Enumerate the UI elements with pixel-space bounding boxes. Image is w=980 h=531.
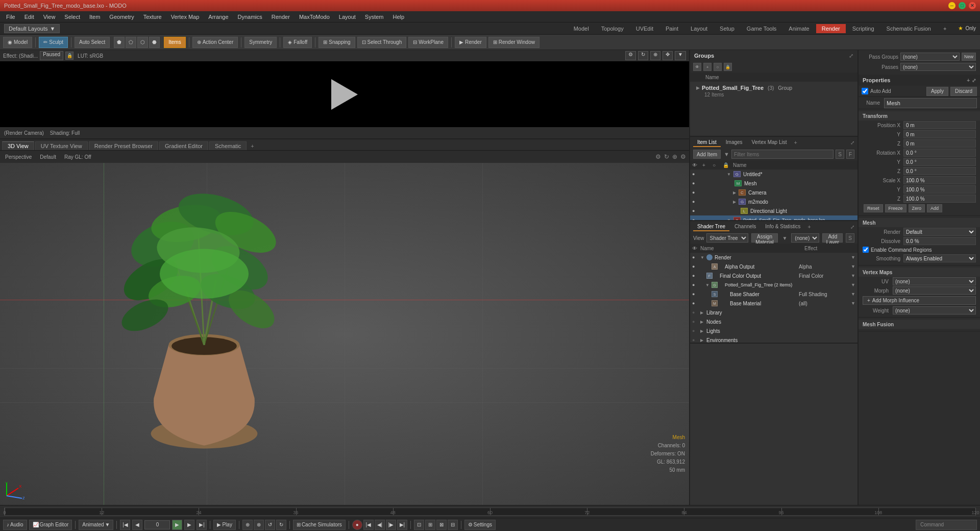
tab-topology[interactable]: Topology — [596, 24, 629, 33]
sh-eye-render[interactable]: ● — [692, 255, 699, 260]
groups-add-icon[interactable]: + — [703, 63, 712, 71]
graph-editor-button[interactable]: 📈 Graph Editor — [29, 520, 72, 530]
item-row-untitled[interactable]: ● ▼ G Untitled* — [690, 170, 857, 179]
render-window-button[interactable]: ⊞ Render Window — [488, 37, 540, 48]
sh-eye-library[interactable]: ● — [692, 310, 699, 315]
sh-row-library[interactable]: ● ▶ Library — [690, 308, 857, 317]
add-item-button[interactable]: Add Item — [693, 150, 721, 159]
add-item-arrow[interactable]: ▼ — [724, 151, 729, 157]
snapping-button[interactable]: ⊞ Snapping — [318, 37, 355, 48]
sh-eye-environments[interactable]: ● — [692, 337, 699, 343]
sh-row-fig-tree-group[interactable]: ● ▼ G Potted_Small_Fig_Tree (2 Items) ▼ — [690, 280, 857, 289]
menu-item[interactable]: Item — [85, 13, 104, 21]
props-uv-select[interactable]: (none) — [893, 277, 976, 285]
sh-eye-base-material[interactable]: ● — [692, 301, 699, 306]
props-position-y-value[interactable]: 0 m — [903, 130, 976, 138]
discard-button[interactable]: Discard — [950, 87, 977, 96]
sh-fig-dropdown[interactable]: ▼ — [851, 282, 855, 287]
item-expand-m2modo[interactable]: ▶ — [733, 200, 736, 204]
render-lock-icon[interactable]: 🔒 — [65, 52, 74, 60]
group-item-fig-tree[interactable]: ▶ Potted_Small_Fig_Tree (3) Group — [694, 84, 853, 92]
viewport-settings-icon[interactable]: ⚙ — [655, 153, 661, 160]
transport-prev-btn[interactable]: |◀ — [120, 520, 130, 530]
item-expand-lxo[interactable]: ▼ — [727, 218, 731, 221]
extra-btn-3[interactable]: ↺ — [265, 520, 275, 530]
item-row-dirlight[interactable]: ● L Directional Light — [690, 206, 857, 215]
render-button[interactable]: ▶ Render — [455, 37, 486, 48]
view-tab-uv[interactable]: UV Texture View — [35, 141, 88, 150]
props-rotation-x-value[interactable]: 0.0 ° — [903, 149, 976, 157]
sel-mode-1[interactable]: ⬟ — [114, 37, 125, 48]
sh-expand-render[interactable]: ▼ — [700, 255, 705, 260]
audio-button[interactable]: ♪ Audio — [3, 520, 27, 530]
sh-base-shader-dropdown[interactable]: ▼ — [851, 292, 855, 297]
play-button[interactable]: ▶ Play — [213, 520, 235, 530]
props-rotation-y-value[interactable]: 0.0 ° — [903, 158, 976, 166]
play-icon[interactable] — [331, 79, 358, 110]
filter-mode-btn[interactable]: S — [836, 150, 844, 159]
item-eye-camera[interactable]: ● — [692, 190, 699, 195]
maximize-button[interactable]: □ — [959, 2, 966, 9]
transport-step-back-btn[interactable]: ◀ — [132, 520, 142, 530]
props-mf-header[interactable]: Mesh Fusion — [859, 320, 980, 329]
viewport-refresh-icon[interactable]: ↻ — [664, 153, 669, 160]
render-refresh-icon[interactable]: ↻ — [638, 51, 648, 60]
rec-btn[interactable]: ● — [352, 520, 362, 530]
menu-geometry[interactable]: Geometry — [105, 13, 138, 21]
transport-play-btn[interactable]: ▶ — [172, 520, 182, 530]
pass-groups-new-btn[interactable]: New — [962, 53, 976, 61]
render-pan-icon[interactable]: ✥ — [663, 51, 673, 60]
settings-button[interactable]: ⚙ Settings — [464, 520, 496, 530]
items-button[interactable]: Items — [164, 37, 185, 48]
groups-eye-icon[interactable]: 👁 — [693, 63, 701, 71]
sh-eye-lights[interactable]: ● — [692, 328, 699, 333]
props-dissolve-value[interactable]: 0.0 % — [903, 237, 976, 245]
item-row-lxo[interactable]: ● ▼ X Potted_Small_Fig_Tree_modo_base.lx… — [690, 215, 857, 220]
groups-expand-icon[interactable]: ⤢ — [849, 53, 853, 59]
item-eye-untitled[interactable]: ● — [692, 172, 699, 177]
sh-tab-shader-tree[interactable]: Shader Tree — [693, 223, 729, 231]
render-settings-icon[interactable]: ⚙ — [625, 51, 636, 60]
tab-model[interactable]: Model — [568, 24, 595, 33]
sh-final-dropdown[interactable]: ▼ — [851, 273, 855, 278]
sh-expand-icon[interactable]: ⤢ — [850, 224, 854, 230]
props-morph-select[interactable]: (none) — [893, 286, 976, 295]
sh-row-alpha[interactable]: ● A Alpha Output Alpha ▼ — [690, 262, 857, 271]
extra-tool-1[interactable]: ⊡ — [414, 520, 424, 530]
sh-eye-alpha[interactable]: ● — [692, 264, 699, 269]
view-tab-render-preset[interactable]: Render Preset Browser — [89, 141, 158, 150]
frame-input[interactable] — [144, 520, 170, 529]
tab-paint[interactable]: Paint — [660, 24, 684, 33]
item-expand-cam[interactable]: ▶ — [733, 190, 736, 195]
sh-expand-library[interactable]: ▶ — [700, 310, 705, 315]
viewport-more-icon[interactable]: ⚙ — [680, 153, 686, 160]
menu-select[interactable]: Select — [60, 13, 84, 21]
props-position-x-value[interactable]: 0 m — [903, 121, 976, 129]
menu-render[interactable]: Render — [267, 13, 294, 21]
falloff-button[interactable]: ◈ Falloff — [283, 37, 312, 48]
sh-s-btn[interactable]: S — [846, 233, 854, 243]
reset-button[interactable]: Reset — [864, 204, 883, 212]
enable-cmd-checkbox[interactable] — [863, 247, 869, 253]
sh-row-render[interactable]: ● ▼ Render ▼ — [690, 253, 857, 262]
item-eye-m2modo[interactable]: ● — [692, 199, 699, 204]
sh-alpha-dropdown[interactable]: ▼ — [851, 264, 855, 269]
tab-setup[interactable]: Setup — [714, 24, 740, 33]
sculpt-button[interactable]: ✏ Sculpt — [39, 37, 68, 48]
filter-flag-btn[interactable]: F — [846, 150, 854, 159]
menu-file[interactable]: File — [2, 13, 19, 21]
select-through-button[interactable]: ⊡ Select Through — [357, 37, 407, 48]
sel-mode-3[interactable]: ⬡ — [137, 37, 148, 48]
add-button[interactable]: Add — [927, 204, 942, 212]
il-expand-icon[interactable]: ⤢ — [850, 140, 854, 146]
extra-tool-4[interactable]: ⊟ — [448, 520, 458, 530]
sh-tab-channels[interactable]: Channels — [730, 223, 760, 231]
freeze-button[interactable]: Freeze — [885, 204, 906, 212]
viewport-mode-label[interactable]: Perspective — [3, 153, 34, 161]
menu-help[interactable]: Help — [389, 13, 409, 21]
filter-items-input[interactable] — [731, 150, 834, 159]
item-eye-dirlight[interactable]: ● — [692, 208, 699, 213]
frame-skip-3[interactable]: |▶ — [386, 520, 396, 530]
animated-arrow[interactable]: ▼ — [105, 522, 110, 527]
props-weight-select[interactable]: (none) — [893, 306, 976, 315]
